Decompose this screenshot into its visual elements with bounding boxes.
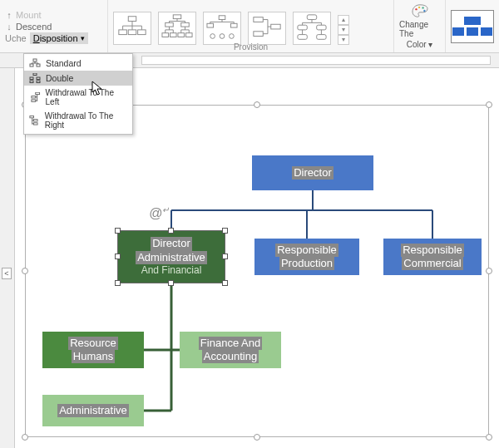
- svg-rect-4: [173, 14, 181, 18]
- node-handle[interactable]: [115, 254, 121, 259]
- gallery-scroll-down[interactable]: ▾: [338, 25, 349, 35]
- node-handle[interactable]: [222, 228, 228, 234]
- ribbon-layout-gallery: ▴ ▾ ▾ Provision: [108, 0, 394, 52]
- svg-rect-33: [30, 77, 33, 80]
- double-layout-icon: [29, 73, 41, 83]
- provision-group-label: Provision: [108, 42, 393, 52]
- svg-rect-5: [166, 22, 174, 27]
- resize-handle[interactable]: [486, 101, 492, 108]
- svg-rect-19: [271, 24, 280, 29]
- smartart-style-thumb[interactable]: [446, 0, 499, 52]
- svg-rect-2: [128, 29, 136, 34]
- disposition-option-double[interactable]: Double: [24, 71, 132, 86]
- svg-rect-24: [317, 34, 326, 39]
- svg-rect-9: [178, 32, 185, 37]
- vertical-ruler: <: [0, 68, 15, 448]
- svg-point-25: [415, 8, 417, 10]
- gallery-scroll-up[interactable]: ▴: [338, 15, 349, 25]
- svg-rect-6: [181, 22, 190, 27]
- node-handle[interactable]: [222, 280, 228, 286]
- gallery-scroll: ▴ ▾ ▾: [338, 12, 349, 45]
- svg-rect-40: [30, 116, 34, 118]
- ribbon: ↑Mount ↓Descend Uche Disposition ▾: [0, 0, 499, 53]
- svg-point-14: [210, 33, 215, 38]
- disposition-dropdown: Standard Double Withdrawal To The Left W…: [23, 53, 133, 135]
- svg-rect-7: [162, 32, 169, 37]
- svg-rect-18: [254, 31, 263, 36]
- resize-handle[interactable]: [254, 434, 260, 441]
- org-node-daf[interactable]: Director Administrative And Financial: [117, 230, 225, 283]
- org-node-finance[interactable]: Finance And Accounting: [180, 332, 281, 368]
- svg-rect-29: [33, 59, 37, 62]
- disposition-dropdown-button[interactable]: Disposition ▾: [30, 32, 88, 44]
- svg-rect-32: [33, 73, 37, 76]
- org-node-commercial[interactable]: Responsible Commercial: [383, 239, 482, 275]
- svg-rect-13: [230, 23, 237, 27]
- resize-handle[interactable]: [486, 268, 492, 274]
- left-layout-icon: [29, 92, 41, 102]
- resize-handle[interactable]: [22, 434, 28, 441]
- svg-rect-41: [33, 120, 37, 121]
- disposition-option-left[interactable]: Withdrawal To The Left: [24, 86, 132, 109]
- svg-point-15: [220, 33, 225, 38]
- svg-point-16: [230, 33, 235, 38]
- svg-point-27: [422, 7, 423, 8]
- disposition-option-right[interactable]: Withdrawal To The Right: [24, 109, 132, 132]
- svg-rect-0: [128, 16, 136, 21]
- change-colors-button[interactable]: Change The Color ▾: [394, 0, 446, 52]
- layout-option-2[interactable]: [158, 12, 196, 45]
- svg-rect-35: [30, 81, 33, 83]
- node-handle[interactable]: [168, 280, 174, 286]
- svg-rect-12: [207, 23, 214, 27]
- uche-label: Uche: [5, 33, 27, 43]
- ruler-expand-button[interactable]: <: [2, 268, 12, 279]
- standard-layout-icon: [29, 58, 41, 68]
- org-node-hr[interactable]: Resource Humans: [42, 332, 144, 368]
- svg-point-26: [417, 7, 419, 8]
- svg-rect-8: [170, 32, 176, 37]
- svg-rect-20: [307, 14, 316, 19]
- svg-rect-42: [33, 123, 37, 125]
- svg-rect-17: [254, 17, 263, 22]
- org-node-director[interactable]: Director: [252, 155, 373, 190]
- svg-rect-31: [37, 64, 40, 66]
- resize-handle[interactable]: [486, 434, 492, 441]
- palette-icon: [411, 3, 429, 18]
- anchor-icon: @: [149, 205, 169, 221]
- layout-option-5[interactable]: [293, 12, 331, 45]
- svg-rect-1: [119, 29, 127, 34]
- smartart-selection[interactable]: @ Director Director Administrative And F…: [25, 105, 489, 437]
- resize-handle[interactable]: [22, 268, 28, 274]
- svg-rect-37: [36, 92, 40, 94]
- svg-rect-10: [185, 32, 192, 37]
- descend-button[interactable]: ↓Descend: [5, 21, 102, 32]
- mount-button[interactable]: ↑Mount: [5, 9, 102, 21]
- resize-handle[interactable]: [254, 101, 260, 108]
- layout-option-4[interactable]: [248, 12, 286, 45]
- svg-rect-11: [219, 15, 225, 19]
- org-node-administrative[interactable]: Administrative: [42, 395, 144, 426]
- svg-rect-39: [32, 100, 36, 101]
- node-handle[interactable]: [168, 228, 174, 234]
- org-node-production[interactable]: Responsible Production: [254, 239, 359, 275]
- layout-option-1[interactable]: [113, 12, 151, 45]
- svg-rect-22: [317, 25, 326, 30]
- svg-rect-3: [138, 29, 146, 34]
- layout-option-3[interactable]: [203, 12, 241, 45]
- svg-rect-30: [30, 64, 33, 66]
- disposition-option-standard[interactable]: Standard: [24, 56, 132, 71]
- svg-rect-34: [37, 77, 40, 80]
- node-handle[interactable]: [115, 280, 121, 286]
- node-handle[interactable]: [115, 228, 121, 234]
- node-handle[interactable]: [222, 254, 228, 259]
- svg-rect-38: [32, 96, 36, 98]
- svg-rect-36: [37, 81, 40, 83]
- svg-rect-21: [298, 25, 307, 30]
- svg-point-28: [423, 10, 425, 12]
- right-layout-icon: [29, 116, 40, 126]
- disposition-label: isposition: [40, 33, 78, 43]
- ribbon-layout-controls: ↑Mount ↓Descend Uche Disposition ▾: [0, 0, 108, 52]
- svg-rect-23: [298, 34, 307, 39]
